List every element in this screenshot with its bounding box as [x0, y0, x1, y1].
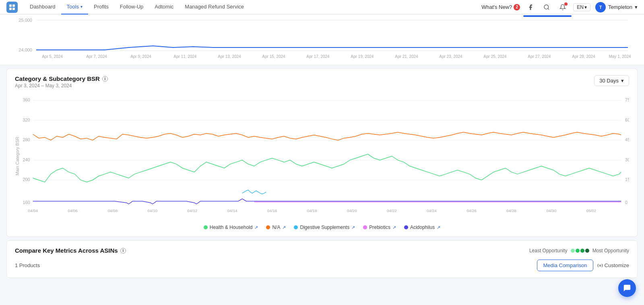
bsr-legend: Health & Household ↗ N/A ↗ Digestive Sup… — [15, 225, 629, 230]
opp-dot-2 — [576, 249, 580, 253]
svg-text:160: 160 — [23, 200, 30, 205]
svg-text:04/06: 04/06 — [68, 208, 78, 213]
legend-external-link-acidophilus[interactable]: ↗ — [437, 225, 440, 230]
svg-text:04/22: 04/22 — [387, 208, 397, 213]
bsr-chart-area: 360 320 280 240 200 160 75 60 45 30 15 0… — [15, 92, 629, 221]
language-selector[interactable]: EN ▾ — [573, 3, 590, 11]
svg-text:Apr 13, 2024: Apr 13, 2024 — [218, 54, 241, 59]
compare-footer: 1 Products Media Comparison Customize — [15, 260, 629, 271]
legend-external-link-prebiotics[interactable]: ↗ — [392, 225, 396, 230]
svg-text:25,000: 25,000 — [19, 18, 32, 23]
svg-rect-3 — [12, 8, 15, 10]
legend-prebiotics: Prebiotics ↗ — [363, 225, 396, 230]
svg-text:Apr 7, 2024: Apr 7, 2024 — [86, 54, 107, 59]
legend-acidophilus: Acidophilus ↗ — [404, 225, 440, 230]
opportunity-dots — [571, 249, 589, 253]
svg-text:60: 60 — [625, 117, 629, 122]
svg-text:04/08: 04/08 — [107, 208, 118, 213]
legend-digestive: Digestive Supplements ↗ — [294, 225, 355, 230]
nav-profits[interactable]: Profits — [88, 0, 114, 14]
legend-external-link-na[interactable]: ↗ — [282, 225, 286, 230]
svg-text:Apr 27, 2024: Apr 27, 2024 — [528, 54, 551, 59]
bsr-header: Category & Subcategory BSR ℹ Apr 3, 2024… — [15, 75, 629, 89]
compare-info-icon[interactable]: ℹ — [120, 248, 126, 253]
compare-section: Compare Key Metrics Across ASINs ℹ Least… — [6, 240, 638, 278]
svg-text:Main Category BSR: Main Category BSR — [15, 137, 20, 175]
svg-text:Apr 17, 2024: Apr 17, 2024 — [306, 54, 330, 59]
svg-text:0: 0 — [625, 200, 627, 205]
legend-dot-prebiotics — [363, 225, 367, 229]
user-menu[interactable]: T Templeton ▾ — [595, 2, 638, 12]
bell-icon[interactable] — [557, 2, 568, 13]
svg-text:May 1, 2024: May 1, 2024 — [609, 54, 631, 59]
svg-text:320: 320 — [23, 117, 30, 122]
svg-text:Apr 29, 2024: Apr 29, 2024 — [572, 54, 595, 59]
svg-text:04/14: 04/14 — [227, 208, 237, 213]
legend-dot-digestive — [294, 225, 298, 229]
svg-text:04/18: 04/18 — [307, 208, 317, 213]
svg-text:24,000: 24,000 — [19, 47, 32, 52]
chevron-down-icon: ▾ — [584, 4, 587, 10]
svg-text:04/24: 04/24 — [427, 208, 437, 213]
svg-text:360: 360 — [23, 97, 30, 102]
app-logo[interactable] — [6, 2, 18, 13]
main-content: 25,000 24,000 Apr 5, 2024 Apr 7, 2024 Ap… — [0, 14, 644, 305]
whats-new-badge: 2 — [514, 4, 520, 10]
products-count: 1 Products — [15, 262, 40, 268]
svg-rect-23 — [523, 15, 572, 17]
svg-text:240: 240 — [23, 157, 30, 162]
svg-text:04/30: 04/30 — [546, 208, 556, 213]
svg-text:Apr 25, 2024: Apr 25, 2024 — [483, 54, 507, 59]
svg-text:04/16: 04/16 — [267, 208, 277, 213]
svg-rect-1 — [12, 4, 15, 7]
nav-dashboard[interactable]: Dashboard — [24, 0, 61, 14]
svg-point-59 — [599, 265, 601, 266]
legend-dot-health — [204, 225, 208, 229]
legend-external-link-digestive[interactable]: ↗ — [351, 225, 355, 230]
nav-tools[interactable]: Tools ▾ — [61, 0, 88, 14]
chevron-down-icon: ▾ — [621, 78, 624, 84]
svg-text:04/20: 04/20 — [347, 208, 357, 213]
svg-text:Apr 11, 2024: Apr 11, 2024 — [173, 54, 197, 59]
legend-health-household: Health & Household ↗ — [204, 225, 258, 230]
svg-text:Apr 23, 2024: Apr 23, 2024 — [439, 54, 462, 59]
nav-adtomic[interactable]: Adtomic — [149, 0, 179, 14]
facebook-icon[interactable] — [525, 2, 536, 13]
svg-text:Apr 5, 2024: Apr 5, 2024 — [42, 54, 63, 59]
legend-dot-na — [266, 225, 270, 229]
search-icon[interactable] — [541, 2, 552, 13]
svg-text:280: 280 — [23, 137, 30, 142]
opp-dot-4 — [585, 249, 589, 253]
top-navigation: Dashboard Tools ▾ Profits Follow-Up Adto… — [0, 0, 644, 14]
svg-text:04/04: 04/04 — [28, 208, 38, 213]
svg-text:Apr 15, 2024: Apr 15, 2024 — [262, 54, 285, 59]
nav-managed-refund[interactable]: Managed Refund Service — [179, 0, 250, 14]
svg-text:04/10: 04/10 — [147, 208, 157, 213]
chat-button[interactable] — [618, 279, 636, 297]
nav-items: Dashboard Tools ▾ Profits Follow-Up Adto… — [24, 0, 481, 14]
bsr-period-dropdown[interactable]: 30 Days ▾ — [594, 75, 629, 86]
bsr-info-icon[interactable]: ℹ — [102, 76, 108, 82]
whats-new-button[interactable]: What's New? 2 — [481, 4, 520, 10]
svg-text:04/26: 04/26 — [466, 208, 477, 213]
svg-point-4 — [544, 5, 549, 9]
svg-text:04/28: 04/28 — [506, 208, 516, 213]
media-comparison-button[interactable]: Media Comparison — [537, 260, 593, 271]
svg-text:Apr 19, 2024: Apr 19, 2024 — [351, 54, 374, 59]
legend-external-link-health[interactable]: ↗ — [254, 225, 258, 230]
nav-followup[interactable]: Follow-Up — [114, 0, 149, 14]
top-chart-svg: 25,000 24,000 Apr 5, 2024 Apr 7, 2024 Ap… — [10, 14, 634, 59]
opportunity-legend: Least Opportunity Most Opportunity — [529, 248, 629, 253]
legend-dot-acidophilus — [404, 225, 408, 229]
compare-header: Compare Key Metrics Across ASINs ℹ Least… — [15, 247, 629, 254]
bsr-chart-svg: 360 320 280 240 200 160 75 60 45 30 15 0… — [15, 92, 629, 221]
svg-text:75: 75 — [625, 97, 629, 102]
user-avatar: T — [595, 2, 606, 12]
bsr-title: Category & Subcategory BSR ℹ — [15, 75, 108, 82]
customize-button[interactable]: Customize — [597, 262, 629, 268]
svg-text:05/02: 05/02 — [586, 208, 596, 213]
svg-text:Apr 21, 2024: Apr 21, 2024 — [395, 54, 418, 59]
bsr-date-range: Apr 3, 2024 – May 3, 2024 — [15, 83, 108, 89]
user-name: Templeton — [608, 4, 632, 10]
legend-na: N/A ↗ — [266, 225, 286, 230]
